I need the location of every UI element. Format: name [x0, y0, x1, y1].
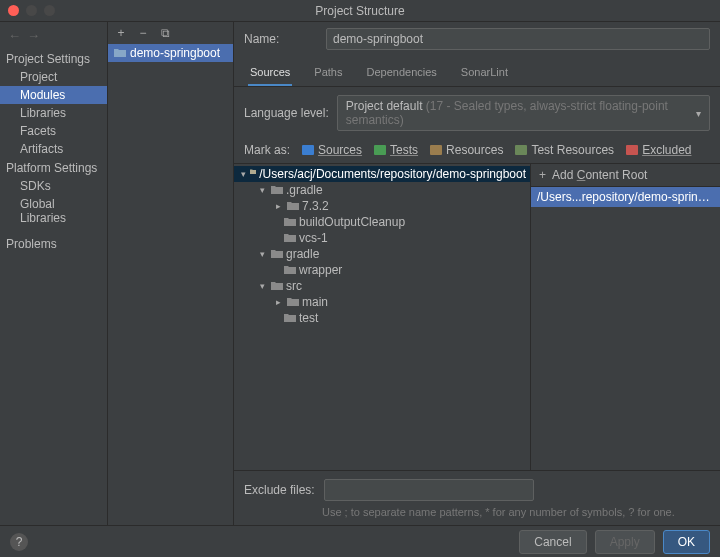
- module-item[interactable]: demo-springboot: [108, 44, 233, 62]
- chevron-right-icon[interactable]: ▸: [272, 201, 284, 211]
- module-item-label: demo-springboot: [130, 46, 220, 60]
- cancel-button[interactable]: Cancel: [519, 530, 586, 554]
- tree-node-label: .gradle: [286, 183, 323, 197]
- tests-folder-icon: [374, 145, 386, 155]
- name-label: Name:: [244, 32, 316, 46]
- nav-artifacts[interactable]: Artifacts: [0, 140, 107, 158]
- tab-sonarlint[interactable]: SonarLint: [459, 62, 510, 86]
- add-content-root-button[interactable]: + Add Content Root: [531, 164, 720, 187]
- content-roots-panel: + Add Content Root /Users...repository/d…: [530, 164, 720, 470]
- folder-icon: [271, 185, 283, 195]
- folder-icon: [284, 233, 296, 243]
- apply-button[interactable]: Apply: [595, 530, 655, 554]
- name-input[interactable]: [326, 28, 710, 50]
- folder-tree[interactable]: ▾ /Users/acj/Documents/repository/demo-s…: [234, 164, 530, 470]
- folder-icon: [284, 313, 296, 323]
- folder-icon: [284, 265, 296, 275]
- nav-facets[interactable]: Facets: [0, 122, 107, 140]
- name-row: Name:: [234, 22, 720, 56]
- tree-node[interactable]: buildOutputCleanup: [234, 214, 530, 230]
- titlebar: Project Structure: [0, 0, 720, 22]
- folder-icon: [287, 201, 299, 211]
- dialog-footer: ? Cancel Apply OK: [0, 525, 720, 557]
- content-root-item[interactable]: /Users...repository/demo-springboot: [531, 187, 720, 207]
- main-area: ← → Project Settings Project Modules Lib…: [0, 22, 720, 525]
- mark-excluded[interactable]: Excluded: [626, 143, 691, 157]
- help-button[interactable]: ?: [10, 533, 28, 551]
- language-level-label: Language level:: [244, 106, 329, 120]
- tree-node-label: 7.3.2: [302, 199, 329, 213]
- chevron-down-icon[interactable]: ▾: [240, 169, 247, 179]
- chevron-down-icon: ▾: [696, 108, 701, 119]
- minimize-window-icon[interactable]: [26, 5, 37, 16]
- folder-icon: [287, 297, 299, 307]
- help-icon: ?: [16, 535, 23, 549]
- mark-tests[interactable]: Tests: [374, 143, 418, 157]
- exclude-files-label: Exclude files:: [244, 483, 316, 497]
- tree-node[interactable]: vcs-1: [234, 230, 530, 246]
- ok-button[interactable]: OK: [663, 530, 710, 554]
- mark-test-resources[interactable]: Test Resources: [515, 143, 614, 157]
- tree-node[interactable]: ▸ main: [234, 294, 530, 310]
- copy-module-icon[interactable]: ⧉: [158, 26, 172, 40]
- nav-project[interactable]: Project: [0, 68, 107, 86]
- nav-history: ← →: [0, 26, 107, 49]
- sources-folder-icon: [302, 145, 314, 155]
- tree-node-label: buildOutputCleanup: [299, 215, 405, 229]
- mark-as-label: Mark as:: [244, 143, 290, 157]
- exclude-files-input[interactable]: [324, 479, 534, 501]
- tree-node[interactable]: wrapper: [234, 262, 530, 278]
- module-folder-icon: [114, 48, 126, 58]
- exclude-files-row: Exclude files:: [234, 471, 720, 505]
- module-toolbar: + − ⧉: [108, 22, 233, 44]
- nav-problems[interactable]: Problems: [0, 235, 107, 253]
- tree-node-label: wrapper: [299, 263, 342, 277]
- plus-icon: +: [539, 168, 546, 182]
- tab-dependencies[interactable]: Dependencies: [365, 62, 439, 86]
- tree-root[interactable]: ▾ /Users/acj/Documents/repository/demo-s…: [234, 166, 530, 182]
- chevron-right-icon[interactable]: ▸: [272, 297, 284, 307]
- mark-as-row: Mark as: Sources Tests Resources Test Re…: [234, 139, 720, 164]
- dialog-buttons: Cancel Apply OK: [519, 530, 710, 554]
- nav-header-project-settings: Project Settings: [0, 49, 107, 68]
- tree-node-label: gradle: [286, 247, 319, 261]
- module-list-panel: + − ⧉ demo-springboot: [108, 22, 234, 525]
- tab-sources[interactable]: Sources: [248, 62, 292, 86]
- tree-node[interactable]: ▾ .gradle: [234, 182, 530, 198]
- tree-node[interactable]: ▾ src: [234, 278, 530, 294]
- window-controls: [0, 5, 55, 16]
- left-nav: ← → Project Settings Project Modules Lib…: [0, 22, 108, 525]
- zoom-window-icon[interactable]: [44, 5, 55, 16]
- nav-libraries[interactable]: Libraries: [0, 104, 107, 122]
- chevron-down-icon[interactable]: ▾: [256, 249, 268, 259]
- nav-header-platform-settings: Platform Settings: [0, 158, 107, 177]
- test-resources-folder-icon: [515, 145, 527, 155]
- tree-node[interactable]: test: [234, 310, 530, 326]
- tree-node-label: /Users/acj/Documents/repository/demo-spr…: [259, 167, 526, 181]
- nav-modules[interactable]: Modules: [0, 86, 107, 104]
- mark-resources[interactable]: Resources: [430, 143, 503, 157]
- folder-icon: [271, 281, 283, 291]
- tree-node[interactable]: ▾ gradle: [234, 246, 530, 262]
- close-window-icon[interactable]: [8, 5, 19, 16]
- add-module-icon[interactable]: +: [114, 26, 128, 40]
- language-level-select[interactable]: Project default (17 - Sealed types, alwa…: [337, 95, 710, 131]
- tab-paths[interactable]: Paths: [312, 62, 344, 86]
- exclude-files-hint: Use ; to separate name patterns, * for a…: [234, 505, 720, 525]
- remove-module-icon[interactable]: −: [136, 26, 150, 40]
- chevron-down-icon[interactable]: ▾: [256, 281, 268, 291]
- tree-node[interactable]: ▸ 7.3.2: [234, 198, 530, 214]
- back-icon[interactable]: ←: [8, 28, 21, 43]
- chevron-down-icon[interactable]: ▾: [256, 185, 268, 195]
- add-content-root-label: Add Content Root: [552, 168, 647, 182]
- tree-node-label: vcs-1: [299, 231, 328, 245]
- nav-sdks[interactable]: SDKs: [0, 177, 107, 195]
- folder-icon: [250, 169, 257, 179]
- tree-area: ▾ /Users/acj/Documents/repository/demo-s…: [234, 164, 720, 471]
- forward-icon[interactable]: →: [27, 28, 40, 43]
- tree-node-label: main: [302, 295, 328, 309]
- nav-global-libraries[interactable]: Global Libraries: [0, 195, 107, 227]
- language-level-row: Language level: Project default (17 - Se…: [234, 87, 720, 139]
- folder-icon: [284, 217, 296, 227]
- mark-sources[interactable]: Sources: [302, 143, 362, 157]
